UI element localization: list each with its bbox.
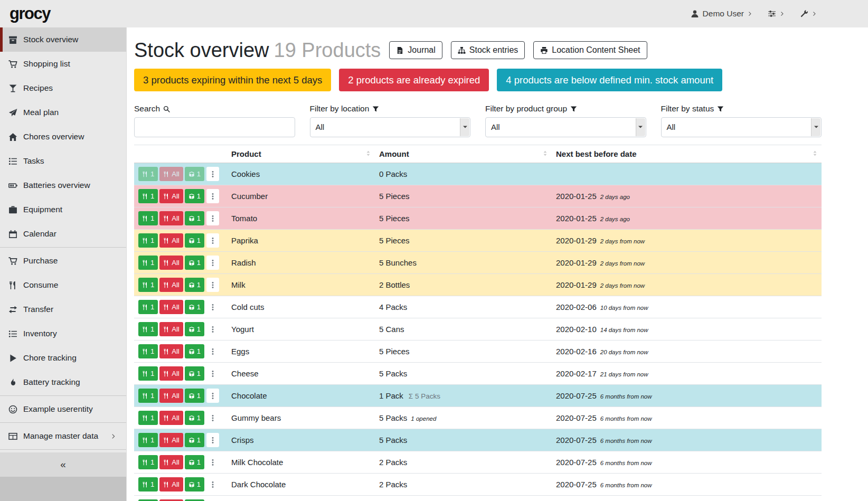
open-one-button[interactable]: 1 <box>185 455 204 469</box>
user-menu[interactable]: Demo User <box>691 9 753 18</box>
expiring-banner[interactable]: 3 products expiring within the next 5 da… <box>134 69 331 91</box>
open-one-button[interactable]: 1 <box>185 366 204 381</box>
consume-all-button[interactable]: All <box>159 256 183 270</box>
box-open-icon <box>188 326 195 333</box>
consume-all-button[interactable]: All <box>159 189 183 203</box>
status-filter-select[interactable]: All <box>661 117 822 137</box>
sidebar-item-inventory[interactable]: Inventory <box>0 322 126 346</box>
consume-one-button[interactable]: 1 <box>138 344 158 358</box>
sidebar-item-manage-master-data[interactable]: Manage master data <box>0 424 126 448</box>
date-column-header[interactable]: Next best before date <box>552 145 822 163</box>
open-one-button[interactable]: 1 <box>185 344 204 358</box>
sidebar-collapse-button[interactable]: « <box>0 452 126 477</box>
sidebar-item-example-userentity[interactable]: Example userentity <box>0 397 126 421</box>
row-menu-button[interactable] <box>206 344 219 358</box>
product-due-date: 2020-02-1620 days from now <box>552 341 822 363</box>
sidebar-item-transfer[interactable]: Transfer <box>0 297 126 322</box>
consume-one-button[interactable]: 1 <box>138 278 158 292</box>
sidebar-item-stock-overview[interactable]: Stock overview <box>0 27 126 52</box>
consume-all-button[interactable]: All <box>159 278 183 292</box>
box-open-icon <box>188 437 195 443</box>
stock-entries-button[interactable]: Stock entries <box>451 41 525 59</box>
consume-one-button[interactable]: 1 <box>138 300 158 314</box>
consume-all-button[interactable]: All <box>159 344 183 358</box>
sidebar-item-consume[interactable]: Consume <box>0 273 126 297</box>
journal-button[interactable]: Journal <box>389 41 442 59</box>
product-name: Radish <box>227 252 375 274</box>
open-one-button[interactable]: 1 <box>185 233 204 248</box>
consume-one-button[interactable]: 1 <box>138 322 158 336</box>
product-name: Chocolate <box>227 385 375 407</box>
row-menu-button[interactable] <box>206 189 219 203</box>
sidebar-item-equipment[interactable]: Equipment <box>0 197 126 222</box>
row-menu-button[interactable] <box>206 278 219 292</box>
sidebar-item-tasks[interactable]: Tasks <box>0 149 126 173</box>
consume-one-button[interactable]: 1 <box>138 366 158 381</box>
row-menu-button[interactable] <box>206 211 219 225</box>
consume-one-button[interactable]: 1 <box>138 411 158 425</box>
consume-all-button[interactable]: All <box>159 300 183 314</box>
consume-one-button[interactable]: 1 <box>138 389 158 403</box>
row-menu-button[interactable] <box>206 477 219 491</box>
consume-one-button[interactable]: 1 <box>138 256 158 270</box>
open-one-button[interactable]: 1 <box>185 300 204 314</box>
product-column-header[interactable]: Product <box>227 145 375 163</box>
open-one-button[interactable]: 1 <box>185 256 204 270</box>
row-menu-button[interactable] <box>206 389 219 403</box>
consume-all-button[interactable]: All <box>159 389 183 403</box>
sidebar-item-purchase[interactable]: Purchase <box>0 249 126 273</box>
row-menu-button[interactable] <box>206 300 219 314</box>
admin-menu[interactable] <box>800 10 817 18</box>
sidebar-item-shopping-list[interactable]: Shopping list <box>0 52 126 76</box>
consume-one-button[interactable]: 1 <box>138 233 158 248</box>
row-menu-button[interactable] <box>206 455 219 469</box>
consume-one-button[interactable]: 1 <box>138 455 158 469</box>
row-menu-button[interactable] <box>206 167 219 181</box>
product-group-filter-select[interactable]: All <box>485 117 646 137</box>
open-one-button[interactable]: 1 <box>185 211 204 225</box>
open-one-button[interactable]: 1 <box>185 411 204 425</box>
sidebar-item-recipes[interactable]: Recipes <box>0 76 126 100</box>
consume-all-button[interactable]: All <box>159 322 183 336</box>
open-one-button[interactable]: 1 <box>185 433 204 447</box>
row-menu-button[interactable] <box>206 411 219 425</box>
below-min-stock-banner[interactable]: 4 products are below defined min. stock … <box>497 69 722 91</box>
consume-all-button[interactable]: All <box>159 433 183 447</box>
row-menu-button[interactable] <box>206 322 219 336</box>
open-one-button[interactable]: 1 <box>185 189 204 203</box>
utensils-icon <box>163 215 169 222</box>
consume-all-button[interactable]: All <box>159 477 183 491</box>
sidebar-item-batteries-overview[interactable]: Batteries overview <box>0 173 126 197</box>
expired-banner[interactable]: 2 products are already expired <box>339 69 489 91</box>
product-name: Eggs <box>227 341 375 363</box>
sidebar-item-calendar[interactable]: Calendar <box>0 222 126 246</box>
row-menu-button[interactable] <box>206 233 219 248</box>
sidebar-item-battery-tracking[interactable]: Battery tracking <box>0 370 126 394</box>
sidebar-divider <box>0 422 126 423</box>
row-menu-button[interactable] <box>206 366 219 381</box>
row-menu-button[interactable] <box>206 433 219 447</box>
consume-all-button[interactable]: All <box>159 366 183 381</box>
consume-all-button[interactable]: All <box>159 233 183 248</box>
sidebar-item-chores-overview[interactable]: Chores overview <box>0 125 126 149</box>
consume-one-button[interactable]: 1 <box>138 433 158 447</box>
row-menu-button[interactable] <box>206 256 219 270</box>
consume-one-button[interactable]: 1 <box>138 211 158 225</box>
open-one-button[interactable]: 1 <box>185 477 204 491</box>
sidebar-item-meal-plan[interactable]: Meal plan <box>0 100 126 125</box>
location-content-sheet-button[interactable]: Location Content Sheet <box>533 41 647 59</box>
consume-all-button[interactable]: All <box>159 411 183 425</box>
amount-column-header[interactable]: Amount <box>375 145 552 163</box>
consume-all-button[interactable]: All <box>159 455 183 469</box>
settings-menu[interactable] <box>768 10 785 18</box>
open-one-button[interactable]: 1 <box>185 278 204 292</box>
consume-one-button[interactable]: 1 <box>138 477 158 491</box>
location-filter-select[interactable]: All <box>310 117 471 137</box>
open-one-button[interactable]: 1 <box>185 322 204 336</box>
consume-all-button[interactable]: All <box>159 211 183 225</box>
search-input[interactable] <box>134 117 295 137</box>
open-one-button[interactable]: 1 <box>185 389 204 403</box>
sliders-icon <box>768 10 776 18</box>
sidebar-item-chore-tracking[interactable]: Chore tracking <box>0 346 126 370</box>
consume-one-button[interactable]: 1 <box>138 189 158 203</box>
